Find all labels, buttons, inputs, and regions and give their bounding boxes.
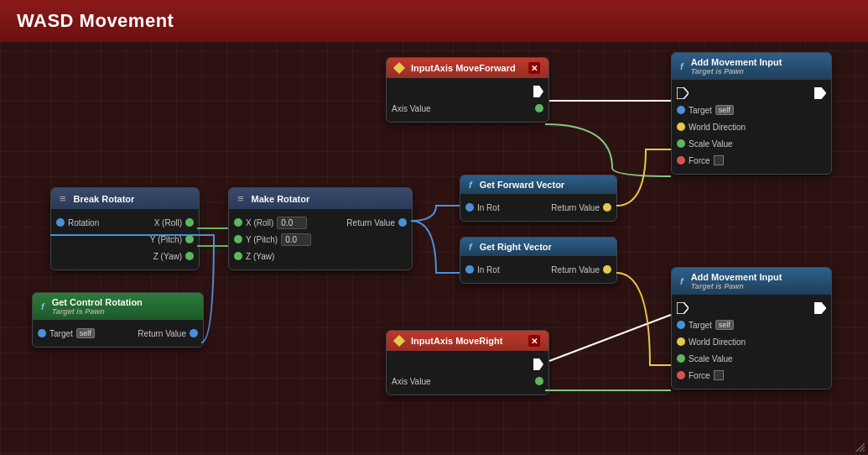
right-axis-value-pin[interactable] [535, 377, 543, 385]
right-exec-out-pin[interactable] [533, 358, 543, 370]
add-move-top-exec-out[interactable] [814, 87, 826, 99]
node-get-control-rotation: f Get Control Rotation Target is Pawn Ta… [32, 292, 204, 348]
make-rot-xroll-input[interactable] [277, 217, 307, 229]
fwd-vec-inrot-row: In Rot Return Value [460, 199, 616, 216]
node-header-right-vec: f Get Right Vector [460, 238, 616, 256]
node-get-forward-vector: f Get Forward Vector In Rot Return Value [460, 175, 617, 222]
page-title: WASD Movement [17, 10, 174, 32]
node-header-forward: InputAxis MoveForward ✕ [387, 58, 548, 78]
svg-marker-3 [814, 302, 826, 314]
add-move-bot-exec-out[interactable] [814, 302, 826, 314]
ctrl-rot-self-badge: self [76, 328, 95, 338]
node-header-add-move-bottom: f Add Movement Input Target is Pawn [672, 268, 831, 295]
node-header-fwd-vec: f Get Forward Vector [460, 175, 616, 194]
make-rot-return-pin[interactable] [398, 218, 407, 227]
add-move-bot-force-checkbox[interactable] [714, 370, 724, 380]
make-rot-zyaw-row: Z (Yaw) [229, 248, 412, 264]
node-header-break-rot: ≡ Break Rotator [51, 188, 199, 209]
node-get-right-vector: f Get Right Vector In Rot Return Value [460, 237, 617, 284]
node-header-make-rot: ≡ Make Rotator [229, 188, 412, 209]
make-rot-xroll-row: X (Roll) Return Value [229, 214, 412, 231]
right-vec-inrot-pin[interactable] [465, 265, 474, 274]
ctrl-rot-target-pin[interactable] [38, 329, 46, 337]
break-rot-xroll-pin[interactable] [185, 218, 194, 227]
add-move-bot-force-row: Force [672, 367, 831, 384]
node-make-rotator: ≡ Make Rotator X (Roll) Return Value Y (… [228, 187, 413, 270]
node-input-axis-forward: InputAxis MoveForward ✕ Axis Value [386, 57, 549, 123]
add-move-bot-target-pin[interactable] [677, 321, 685, 329]
svg-marker-1 [814, 87, 826, 99]
make-rot-ypitch-row: Y (Pitch) [229, 231, 412, 248]
title-bar: WASD Movement [0, 0, 868, 42]
add-move-top-scale-row: Scale Value [672, 135, 831, 152]
node-header-right: InputAxis MoveRight ✕ [387, 331, 548, 351]
add-move-bot-force-pin[interactable] [677, 371, 685, 379]
break-rot-zyaw-row: Z (Yaw) [51, 248, 199, 264]
forward-node-title: InputAxis MoveForward [411, 63, 516, 73]
forward-exec-out-pin[interactable] [533, 86, 543, 97]
node-add-movement-top: f Add Movement Input Target is Pawn Targ… [671, 52, 832, 175]
svg-marker-2 [677, 302, 689, 314]
right-exec-row [387, 356, 548, 373]
forward-axis-value-pin[interactable] [535, 104, 543, 112]
fwd-vec-return-pin[interactable] [603, 203, 611, 212]
forward-axis-row: Axis Value [387, 100, 548, 117]
svg-marker-0 [677, 87, 689, 99]
add-move-top-target-pin[interactable] [677, 106, 685, 114]
forward-close-button[interactable]: ✕ [528, 62, 540, 74]
right-vec-return-pin[interactable] [603, 265, 611, 274]
add-move-bot-worlddir-row: World Direction [672, 333, 831, 350]
break-rot-zyaw-pin[interactable] [185, 252, 194, 260]
break-rot-rotation-row: Rotation X (Roll) [51, 214, 199, 231]
add-move-bot-scale-pin[interactable] [677, 354, 685, 363]
add-move-top-force-checkbox[interactable] [714, 155, 724, 165]
make-rot-ypitch-pin[interactable] [234, 235, 242, 243]
node-input-axis-right: InputAxis MoveRight ✕ Axis Value [386, 330, 549, 395]
node-add-movement-bottom: f Add Movement Input Target is Pawn Targ… [671, 267, 832, 390]
ctrl-rot-return-pin[interactable] [190, 329, 198, 337]
break-rot-ypitch-pin[interactable] [185, 235, 194, 243]
make-rot-zyaw-pin[interactable] [234, 252, 242, 260]
forward-exec-row [387, 83, 548, 100]
svg-line-6 [863, 450, 865, 452]
add-move-top-worlddir-row: World Direction [672, 118, 831, 135]
right-vec-inrot-row: In Rot Return Value [460, 261, 616, 278]
right-node-title: InputAxis MoveRight [411, 336, 502, 346]
right-close-button[interactable]: ✕ [528, 335, 540, 347]
break-rot-rotation-pin[interactable] [56, 218, 65, 227]
add-move-bot-self: self [715, 320, 734, 330]
fwd-vec-inrot-pin[interactable] [465, 203, 474, 212]
add-move-bot-exec-row [672, 300, 831, 316]
add-move-top-force-row: Force [672, 152, 831, 169]
add-move-top-self: self [715, 105, 734, 115]
add-move-top-scale-pin[interactable] [677, 139, 685, 148]
resize-handle[interactable] [855, 442, 865, 452]
add-move-top-force-pin[interactable] [677, 156, 685, 165]
add-move-bot-target-row: Target self [672, 316, 831, 333]
make-rot-ypitch-input[interactable] [281, 233, 311, 246]
add-move-top-target-row: Target self [672, 102, 831, 118]
break-rot-ypitch-row: Y (Pitch) [51, 231, 199, 248]
node-break-rotator: ≡ Break Rotator Rotation X (Roll) Y (Pit… [50, 187, 200, 270]
add-move-bot-worlddir-pin[interactable] [677, 337, 685, 346]
add-move-top-worlddir-pin[interactable] [677, 123, 685, 131]
add-move-top-exec-row [672, 85, 831, 102]
ctrl-rot-target-row: Target self Return Value [33, 325, 203, 342]
add-move-bot-exec-in[interactable] [677, 302, 689, 314]
right-axis-row: Axis Value [387, 373, 548, 390]
add-move-bot-scale-row: Scale Value [672, 350, 831, 367]
make-rot-xroll-pin[interactable] [234, 218, 242, 227]
add-move-top-exec-in[interactable] [677, 87, 689, 99]
node-header-ctrl-rot: f Get Control Rotation Target is Pawn [33, 293, 203, 320]
node-header-add-move-top: f Add Movement Input Target is Pawn [672, 53, 831, 80]
